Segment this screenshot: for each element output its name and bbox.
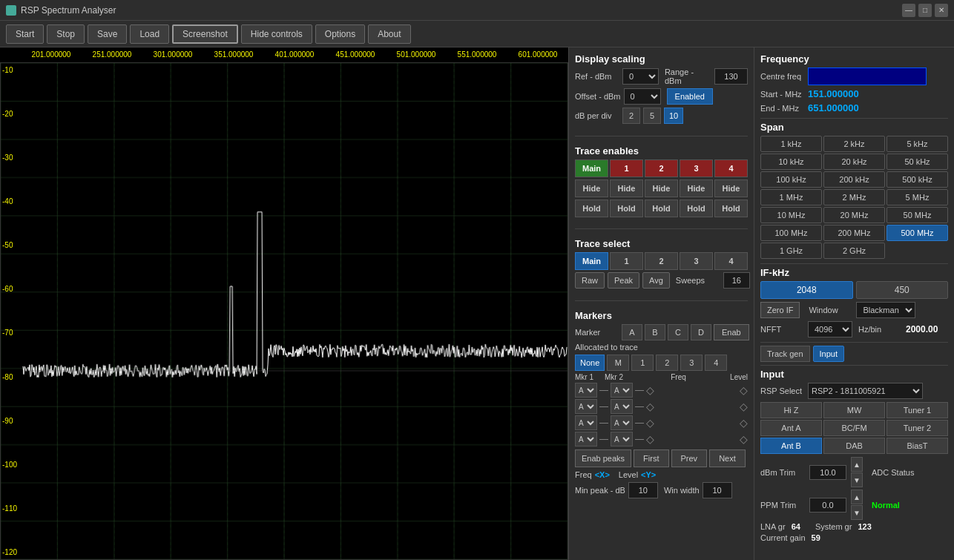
span-5khz[interactable]: 5 kHz <box>886 136 948 152</box>
span-100mhz[interactable]: 100 MHz <box>760 225 822 241</box>
alloc-none-btn[interactable]: None <box>575 355 605 371</box>
span-50khz[interactable]: 50 kHz <box>886 154 948 170</box>
sweeps-input[interactable] <box>723 272 750 289</box>
nfft-select[interactable]: 4096 <box>808 321 852 337</box>
marker-c-btn[interactable]: C <box>668 324 688 340</box>
hide-controls-button[interactable]: Hide controls <box>241 24 312 44</box>
trace-sel-4-btn[interactable]: 4 <box>714 252 748 270</box>
marker-a-btn[interactable]: A <box>622 324 642 340</box>
centre-freq-input[interactable]: 401.000000 <box>808 67 927 85</box>
hide-3-btn[interactable]: Hide <box>680 179 713 197</box>
span-2mhz[interactable]: 2 MHz <box>823 189 885 205</box>
dbm-trim-down[interactable]: ▼ <box>851 472 863 487</box>
mkr2-row4-select[interactable]: A <box>611 432 633 447</box>
mw-btn[interactable]: MW <box>823 402 885 418</box>
span-1ghz[interactable]: 1 GHz <box>760 243 822 259</box>
ref-select[interactable]: 0 <box>622 68 659 85</box>
antb-btn[interactable]: Ant B <box>760 438 822 454</box>
alloc-3-btn[interactable]: 3 <box>680 355 703 371</box>
track-gen-btn[interactable]: Track gen <box>760 346 810 362</box>
enabled-button[interactable]: Enabled <box>667 88 713 105</box>
enab-btn[interactable]: Enab <box>714 324 749 340</box>
mkr2-row2-select[interactable]: A <box>611 399 633 414</box>
trace-sel-1-btn[interactable]: 1 <box>610 252 643 270</box>
span-50mhz[interactable]: 50 MHz <box>886 207 948 223</box>
ppm-trim-down[interactable]: ▼ <box>851 505 863 520</box>
span-1mhz[interactable]: 1 MHz <box>760 189 822 205</box>
span-2khz[interactable]: 2 kHz <box>823 136 885 152</box>
span-5mhz[interactable]: 5 MHz <box>886 189 948 205</box>
save-button[interactable]: Save <box>88 24 127 44</box>
span-1khz[interactable]: 1 kHz <box>760 136 822 152</box>
dbm-trim-input[interactable] <box>809 465 846 480</box>
window-controls[interactable]: — □ ✕ <box>902 4 948 17</box>
dbperdiv-2-btn[interactable]: 2 <box>622 108 640 124</box>
hold-1-btn[interactable]: Hold <box>610 200 643 217</box>
input-mode-btn[interactable]: Input <box>813 346 844 362</box>
alloc-m-btn[interactable]: M <box>607 355 629 371</box>
biast-btn[interactable]: BiasT <box>886 438 948 454</box>
span-200khz[interactable]: 200 kHz <box>823 171 885 188</box>
bcfm-btn[interactable]: BC/FM <box>823 420 885 436</box>
span-10khz[interactable]: 10 kHz <box>760 154 822 170</box>
win-width-input[interactable] <box>703 482 732 498</box>
options-button[interactable]: Options <box>315 24 365 44</box>
hiz-btn[interactable]: Hi Z <box>760 402 822 418</box>
start-button[interactable]: Start <box>6 24 44 44</box>
enab-peaks-btn[interactable]: Enab peaks <box>575 449 631 467</box>
span-10mhz[interactable]: 10 MHz <box>760 207 822 223</box>
span-100khz[interactable]: 100 kHz <box>760 171 822 188</box>
ppm-trim-up[interactable]: ▲ <box>851 490 863 504</box>
raw-btn[interactable]: Raw <box>575 272 605 289</box>
if-2048-btn[interactable]: 2048 <box>760 281 853 299</box>
trace-1-btn[interactable]: 1 <box>610 159 643 177</box>
alloc-4-btn[interactable]: 4 <box>705 355 727 371</box>
marker-b-btn[interactable]: B <box>645 324 665 340</box>
offset-select[interactable]: 0 <box>624 88 661 105</box>
trace-sel-2-btn[interactable]: 2 <box>645 252 678 270</box>
peak-btn[interactable]: Peak <box>608 272 639 289</box>
mkr2-row1-select[interactable]: A <box>611 383 633 398</box>
trace-2-btn[interactable]: 2 <box>645 159 678 177</box>
window-select[interactable]: Blackman <box>856 302 915 318</box>
stop-button[interactable]: Stop <box>47 24 85 44</box>
avg-btn[interactable]: Avg <box>642 272 670 289</box>
if-450-btn[interactable]: 450 <box>856 281 949 299</box>
dbm-trim-up[interactable]: ▲ <box>851 457 863 472</box>
trace-sel-main-btn[interactable]: Main <box>575 252 608 270</box>
span-500khz[interactable]: 500 kHz <box>886 171 948 188</box>
trace-4-btn[interactable]: 4 <box>714 159 748 177</box>
mkr1-row2-select[interactable]: A <box>575 399 597 414</box>
screenshot-button[interactable]: Screenshot <box>172 24 238 44</box>
trace-main-btn[interactable]: Main <box>575 159 608 177</box>
minimize-button[interactable]: — <box>902 4 915 17</box>
span-200mhz[interactable]: 200 MHz <box>823 225 885 241</box>
hold-main-btn[interactable]: Hold <box>575 200 608 217</box>
ppm-trim-input[interactable] <box>809 498 846 513</box>
about-button[interactable]: About <box>368 24 410 44</box>
maximize-button[interactable]: □ <box>918 4 932 17</box>
span-20khz[interactable]: 20 kHz <box>823 154 885 170</box>
load-button[interactable]: Load <box>130 24 169 44</box>
hide-4-btn[interactable]: Hide <box>714 179 748 197</box>
alloc-2-btn[interactable]: 2 <box>656 355 678 371</box>
hide-2-btn[interactable]: Hide <box>645 179 678 197</box>
hold-2-btn[interactable]: Hold <box>645 200 678 217</box>
tuner1-btn[interactable]: Tuner 1 <box>886 402 948 418</box>
ppm-trim-spinners[interactable]: ▲ ▼ <box>851 490 863 520</box>
anta-btn[interactable]: Ant A <box>760 420 822 436</box>
mkr1-row1-select[interactable]: A <box>575 383 597 398</box>
span-20mhz[interactable]: 20 MHz <box>823 207 885 223</box>
hide-1-btn[interactable]: Hide <box>610 179 643 197</box>
tuner2-btn[interactable]: Tuner 2 <box>886 420 948 436</box>
marker-d-btn[interactable]: D <box>691 324 711 340</box>
alloc-1-btn[interactable]: 1 <box>631 355 654 371</box>
mkr1-row4-select[interactable]: A <box>575 432 597 447</box>
mkr1-row3-select[interactable]: A <box>575 415 597 430</box>
zero-if-btn[interactable]: Zero IF <box>760 302 800 318</box>
next-btn[interactable]: Next <box>709 449 746 467</box>
trace-3-btn[interactable]: 3 <box>680 159 713 177</box>
prev-btn[interactable]: Prev <box>671 449 708 467</box>
trace-sel-3-btn[interactable]: 3 <box>680 252 713 270</box>
close-button[interactable]: ✕ <box>935 4 948 17</box>
